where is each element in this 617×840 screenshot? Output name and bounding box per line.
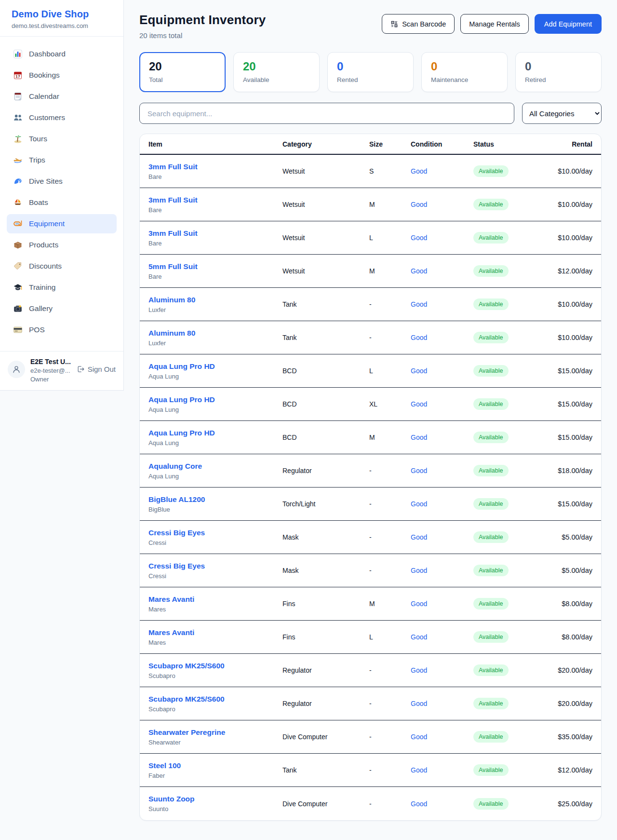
sidebar-item[interactable]: Bookings — [7, 66, 117, 85]
size-cell: L — [369, 234, 411, 242]
item-link[interactable]: Cressi Big Eyes — [148, 528, 205, 537]
size-cell: M — [369, 434, 411, 441]
condition-link[interactable]: Good — [411, 167, 427, 175]
stat-card[interactable]: 0 Rented — [327, 52, 414, 92]
sidebar-item[interactable]: Tours — [7, 129, 117, 149]
condition-link[interactable]: Good — [411, 234, 427, 242]
status-cell: Available — [473, 598, 543, 610]
header-actions: Scan Barcode Manage Rentals Add Equipmen… — [382, 13, 602, 34]
customers-icon — [13, 113, 23, 122]
category-cell: Dive Computer — [282, 733, 369, 741]
sidebar-item[interactable]: Equipment — [7, 214, 117, 233]
item-link[interactable]: Aqualung Core — [148, 462, 202, 470]
stat-card[interactable]: 20 Available — [233, 52, 320, 92]
item-brand: Suunto — [148, 805, 282, 813]
item-link[interactable]: Scubapro MK25/S600 — [148, 695, 225, 703]
stat-card[interactable]: 20 Total — [139, 52, 226, 92]
sidebar-item[interactable]: Discounts — [7, 257, 117, 276]
discounts-icon — [13, 261, 23, 271]
condition-link[interactable]: Good — [411, 733, 427, 741]
tours-icon — [13, 134, 23, 144]
sidebar-item[interactable]: Dive Sites — [7, 172, 117, 191]
condition-link[interactable]: Good — [411, 533, 427, 541]
category-select[interactable]: All Categories — [522, 103, 602, 124]
condition-link[interactable]: Good — [411, 766, 427, 774]
add-equipment-button[interactable]: Add Equipment — [535, 14, 602, 34]
stat-card[interactable]: 0 Maintenance — [421, 52, 508, 92]
condition-link[interactable]: Good — [411, 367, 427, 375]
status-cell: Available — [473, 265, 543, 277]
item-link[interactable]: BigBlue AL1200 — [148, 495, 205, 503]
sidebar-item[interactable]: POS — [7, 320, 117, 339]
size-cell: - — [369, 500, 411, 508]
item-link[interactable]: Scubapro MK25/S600 — [148, 662, 225, 670]
condition-link[interactable]: Good — [411, 467, 427, 474]
item-link[interactable]: Aqua Lung Pro HD — [148, 362, 215, 370]
condition-link[interactable]: Good — [411, 633, 427, 641]
stat-card[interactable]: 0 Retired — [515, 52, 602, 92]
sidebar-item[interactable]: Boats — [7, 193, 117, 212]
scan-barcode-button[interactable]: Scan Barcode — [382, 14, 455, 34]
item-link[interactable]: Aqua Lung Pro HD — [148, 429, 215, 437]
sidebar-item-label: Customers — [29, 113, 65, 122]
condition-link[interactable]: Good — [411, 267, 427, 275]
bookings-icon — [13, 70, 23, 80]
item-link[interactable]: Aqua Lung Pro HD — [148, 395, 215, 404]
sign-out-button[interactable]: Sign Out — [77, 365, 116, 373]
condition-link[interactable]: Good — [411, 434, 427, 441]
item-link[interactable]: 3mm Full Suit — [148, 163, 198, 171]
rental-cell: $10.00/day — [543, 300, 592, 308]
condition-link[interactable]: Good — [411, 500, 427, 508]
condition-link[interactable]: Good — [411, 300, 427, 308]
status-badge: Available — [473, 798, 509, 810]
rental-cell: $15.00/day — [543, 434, 592, 441]
sidebar-item[interactable]: Trips — [7, 150, 117, 170]
condition-link[interactable]: Good — [411, 666, 427, 674]
condition-link[interactable]: Good — [411, 400, 427, 408]
condition-link[interactable]: Good — [411, 600, 427, 608]
item-link[interactable]: Aluminum 80 — [148, 296, 195, 304]
rental-cell: $8.00/day — [543, 600, 592, 608]
stat-label: Total — [149, 76, 216, 83]
condition-link[interactable]: Good — [411, 700, 427, 707]
condition-cell: Good — [411, 699, 473, 708]
item-link[interactable]: Mares Avanti — [148, 628, 194, 637]
sidebar-item[interactable]: Training — [7, 278, 117, 297]
sidebar-item[interactable]: Calendar — [7, 87, 117, 106]
table-row: 3mm Full Suit Bare Wetsuit S Good Availa… — [140, 155, 601, 188]
category-cell: Torch/Light — [282, 500, 369, 508]
condition-cell: Good — [411, 400, 473, 408]
item-link[interactable]: Cressi Big Eyes — [148, 562, 205, 570]
size-cell: - — [369, 300, 411, 308]
stat-label: Rented — [337, 76, 404, 83]
status-badge: Available — [473, 398, 509, 410]
sidebar-item[interactable]: Products — [7, 235, 117, 255]
size-cell: - — [369, 467, 411, 474]
item-link[interactable]: Suunto Zoop — [148, 795, 195, 803]
item-brand: Scubapro — [148, 705, 282, 713]
rental-cell: $10.00/day — [543, 167, 592, 175]
item-link[interactable]: 3mm Full Suit — [148, 229, 198, 237]
sidebar-item[interactable]: Dashboard — [7, 44, 117, 64]
sidebar-item[interactable]: Customers — [7, 108, 117, 127]
item-link[interactable]: Steel 100 — [148, 761, 181, 770]
table-row: Scubapro MK25/S600 Scubapro Regulator - … — [140, 687, 601, 720]
item-link[interactable]: Aluminum 80 — [148, 329, 195, 337]
condition-link[interactable]: Good — [411, 800, 427, 808]
column-header-condition: Condition — [411, 140, 473, 148]
item-link[interactable]: 5mm Full Suit — [148, 262, 198, 271]
item-link[interactable]: Mares Avanti — [148, 595, 194, 603]
item-cell: Cressi Big Eyes Cressi — [148, 528, 282, 546]
condition-link[interactable]: Good — [411, 567, 427, 574]
rental-cell: $10.00/day — [543, 234, 592, 242]
item-link[interactable]: Shearwater Peregrine — [148, 728, 225, 736]
item-link[interactable]: 3mm Full Suit — [148, 196, 198, 204]
user-meta: E2E Test U... e2e-tester@... Owner — [30, 358, 71, 383]
sidebar-item[interactable]: Gallery — [7, 299, 117, 318]
condition-link[interactable]: Good — [411, 334, 427, 341]
condition-link[interactable]: Good — [411, 201, 427, 208]
search-input[interactable] — [139, 103, 514, 124]
category-cell: Fins — [282, 633, 369, 641]
status-badge: Available — [473, 631, 509, 643]
manage-rentals-button[interactable]: Manage Rentals — [460, 14, 529, 34]
